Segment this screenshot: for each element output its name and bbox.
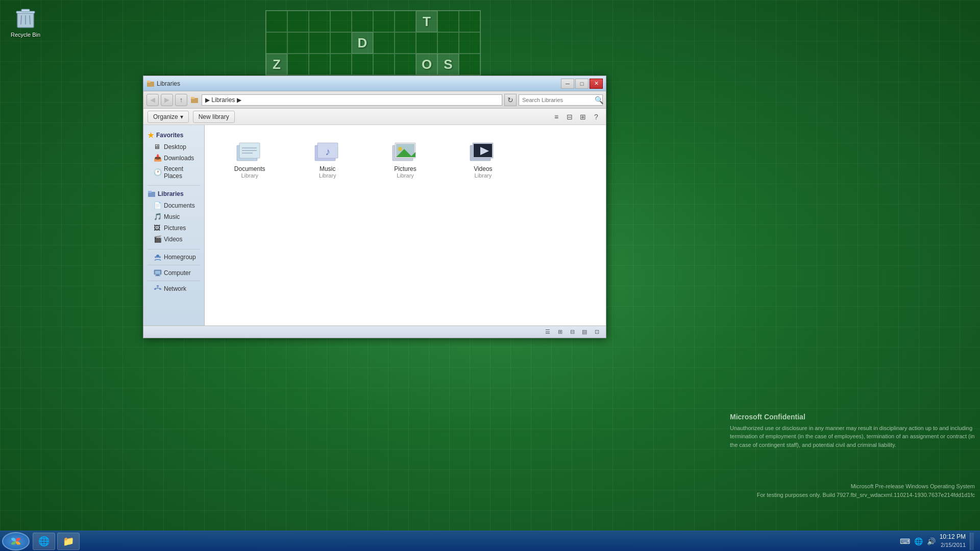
sidebar-item-videos[interactable]: 🎬 Videos [143, 234, 204, 245]
sidebar-item-recent-places[interactable]: 🕐 Recent Places [143, 164, 204, 181]
documents-icon: 📄 [154, 202, 162, 210]
view-tiles-btn[interactable]: ⊞ [577, 111, 589, 122]
main-area: ★ Favorites 🖥 Desktop 📥 Downloads 🕐 Rece… [143, 125, 606, 325]
library-item-documents[interactable]: Documents Library [213, 133, 286, 183]
sidebar-item-network[interactable]: Network [143, 283, 204, 294]
homegroup-icon [154, 253, 162, 261]
windows-logo [9, 534, 23, 548]
show-desktop-button[interactable] [970, 533, 974, 550]
sidebar-item-music[interactable]: 🎵 Music [143, 211, 204, 222]
svg-rect-9 [191, 97, 194, 99]
ie-icon: 🌐 [38, 536, 50, 547]
library-item-music[interactable]: ♪ Music Library [290, 133, 364, 183]
sidebar-item-pictures[interactable]: 🖼 Pictures [143, 222, 204, 234]
sidebar-header-favorites[interactable]: ★ Favorites [143, 129, 204, 141]
svg-point-36 [398, 147, 402, 151]
documents-library-type: Library [241, 172, 258, 179]
content-area: Documents Library ♪ Music Library [205, 125, 606, 325]
organize-dropdown-icon: ▾ [180, 113, 183, 120]
sidebar-item-documents[interactable]: 📄 Documents [143, 200, 204, 211]
sidebar-section-favorites: ★ Favorites 🖥 Desktop 📥 Downloads 🕐 Rece… [143, 129, 204, 181]
toolbar: Organize ▾ New library ≡ ⊟ ⊞ ? [143, 109, 606, 125]
sidebar-header-libraries[interactable]: Libraries [143, 188, 204, 200]
sidebar-item-homegroup[interactable]: Homegroup [143, 252, 204, 263]
recycle-bin-icon[interactable]: Recycle Bin [5, 5, 46, 38]
svg-point-14 [159, 256, 161, 258]
svg-line-3 [21, 15, 21, 24]
documents-library-name: Documents [234, 165, 265, 172]
music-library-icon: ♪ [312, 138, 343, 163]
build-info: Microsoft Pre-release Windows Operating … [757, 482, 975, 500]
pictures-library-name: Pictures [394, 165, 416, 172]
taskbar-explorer-button[interactable]: 📁 [57, 533, 80, 550]
favorites-star-icon: ★ [148, 131, 154, 139]
search-box[interactable]: 🔍 [519, 94, 603, 106]
search-icon: 🔍 [595, 96, 603, 104]
libraries-title-icon [146, 80, 155, 88]
network-taskbar-icon: 🌐 [914, 537, 923, 545]
svg-text:♪: ♪ [325, 146, 330, 157]
view-details-btn[interactable]: ⊟ [564, 111, 575, 122]
help-button[interactable]: ? [591, 111, 602, 122]
documents-label: Documents [164, 202, 195, 209]
libraries-sidebar-icon [148, 190, 156, 198]
maximize-button[interactable]: □ [575, 79, 589, 89]
network-label: Network [164, 285, 186, 292]
address-path[interactable]: ▶ Libraries ▶ [202, 94, 502, 106]
music-library-type: Library [319, 172, 336, 179]
status-view-btn-2[interactable]: ⊞ [555, 328, 565, 337]
network-icon [154, 285, 162, 293]
music-icon: 🎵 [154, 213, 162, 221]
forward-button[interactable]: ▶ [161, 94, 173, 106]
desktop: Recycle Bin T D Z O S [0, 0, 980, 551]
downloads-label: Downloads [164, 155, 194, 162]
music-library-name: Music [320, 165, 335, 172]
confidential-title: Microsoft Confidential [730, 413, 975, 421]
confidential-body: Unauthorized use or disclosure in any ma… [730, 424, 975, 449]
search-input[interactable] [522, 97, 593, 103]
desktop-label: Desktop [164, 143, 186, 151]
status-view-btn-3[interactable]: ⊟ [567, 328, 577, 337]
refresh-button[interactable]: ↻ [504, 94, 517, 106]
new-library-button[interactable]: New library [193, 111, 235, 123]
pictures-library-icon [390, 138, 421, 163]
recent-places-icon: 🕐 [154, 168, 162, 177]
svg-rect-7 [147, 81, 151, 83]
status-view-btn-4[interactable]: ▤ [579, 328, 590, 337]
volume-icon: 🔊 [927, 537, 936, 545]
organize-label: Organize [153, 113, 178, 120]
pictures-label: Pictures [164, 224, 186, 232]
videos-icon: 🎬 [154, 235, 162, 243]
sidebar-item-computer[interactable]: Computer [143, 267, 204, 279]
pictures-library-type: Library [397, 172, 414, 179]
clock[interactable]: 10:12 PM 2/15/2011 [940, 533, 966, 549]
toolbar-right: ≡ ⊟ ⊞ ? [551, 111, 602, 122]
libraries-label: Libraries [158, 190, 184, 197]
status-view-btn-1[interactable]: ☰ [543, 328, 553, 337]
library-item-pictures[interactable]: Pictures Library [369, 133, 442, 183]
documents-library-icon [234, 138, 265, 163]
build-line2: For testing purposes only. Build 7927.fb… [757, 491, 975, 500]
sidebar-item-desktop[interactable]: 🖥 Desktop [143, 141, 204, 153]
taskbar-ie-button[interactable]: 🌐 [33, 533, 55, 550]
start-button[interactable] [2, 532, 30, 550]
explorer-window: Libraries ─ □ ✕ ◀ ▶ ↑ ▶ Libraries ▶ ↻ [143, 76, 606, 338]
explorer-taskbar-icon: 📁 [63, 536, 74, 547]
downloads-icon: 📥 [154, 154, 162, 162]
minimize-button[interactable]: ─ [561, 79, 574, 89]
recycle-bin-image [13, 5, 38, 30]
address-bar: ◀ ▶ ↑ ▶ Libraries ▶ ↻ 🔍 [143, 91, 606, 109]
back-button[interactable]: ◀ [146, 94, 159, 106]
pictures-icon: 🖼 [154, 224, 162, 232]
favorites-label: Favorites [156, 132, 183, 139]
status-view-btn-5[interactable]: ⊡ [592, 328, 602, 337]
clock-date: 2/15/2011 [940, 541, 966, 549]
close-button[interactable]: ✕ [590, 79, 603, 89]
sidebar-item-downloads[interactable]: 📥 Downloads [143, 153, 204, 164]
up-button[interactable]: ↑ [175, 94, 187, 106]
view-extra-btn[interactable]: ≡ [551, 111, 562, 122]
sidebar-section-libraries: Libraries 📄 Documents 🎵 Music 🖼 Pictures [143, 188, 204, 245]
videos-library-icon [468, 138, 498, 163]
organize-button[interactable]: Organize ▾ [148, 111, 189, 123]
library-item-videos[interactable]: Videos Library [446, 133, 520, 183]
